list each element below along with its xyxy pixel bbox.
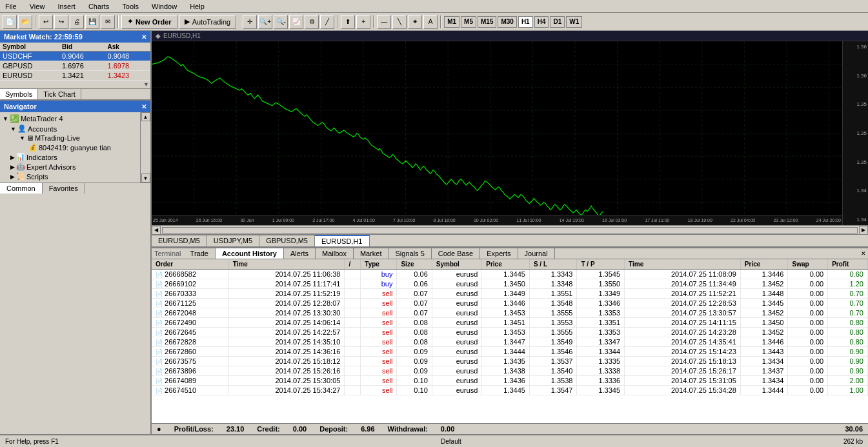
col-tp[interactable]: T / P [577, 259, 625, 270]
zoom-out-btn[interactable]: 🔍- [274, 15, 288, 29]
cursor-btn[interactable]: ⬆ [341, 15, 355, 29]
menu-file[interactable]: File [3, 1, 19, 12]
tf-d1[interactable]: D1 [550, 16, 565, 28]
chart-scroll-left[interactable]: ◀ [152, 226, 161, 235]
table-row[interactable]: 📄 26670333 2014.07.25 11:52:19 sell 0.07… [152, 289, 868, 299]
table-row[interactable]: 📄 26673575 2014.07.25 15:18:12 sell 0.09… [152, 357, 868, 366]
col-type[interactable]: Type [361, 259, 397, 270]
draw1-btn[interactable]: — [377, 15, 391, 29]
table-row[interactable]: 📄 26671125 2014.07.25 12:28:07 sell 0.07… [152, 299, 868, 308]
draw2-btn[interactable]: ╲ [392, 15, 407, 29]
nav-account-id[interactable]: 💰 8042419: guanyue tian [1, 143, 139, 152]
mw-row[interactable]: GBPUSD 1.6976 1.6978 [0, 61, 150, 71]
crosshair-btn[interactable]: ✛ [243, 15, 257, 29]
menu-tools[interactable]: Tools [119, 1, 141, 12]
redo-btn[interactable]: ↪ [54, 15, 68, 29]
nav-scripts[interactable]: ▶ 📜 Scripts [1, 172, 139, 181]
mw-row[interactable]: USDCHF 0.9046 0.9048 [0, 52, 150, 61]
chart-btn[interactable]: 📈 [289, 15, 303, 29]
chart-canvas[interactable]: 1.36 1.36 1.35 1.35 1.35 1.34 1.34 25 Ju… [152, 41, 868, 225]
bottom-tab-signals[interactable]: Signals 5 [389, 248, 432, 259]
col-price[interactable]: Price [482, 259, 530, 270]
col-close-price[interactable]: Price [740, 259, 788, 270]
navigator-close[interactable]: ✕ [141, 103, 146, 110]
chart-scroll-right[interactable]: ▶ [859, 226, 868, 235]
bottom-tab-mailbox[interactable]: Mailbox [316, 248, 354, 259]
nav-metatrader4[interactable]: ▼ 💹 MetaTrader 4 [1, 114, 139, 124]
table-row[interactable]: 📄 26673896 2014.07.25 15:26:16 sell 0.09… [152, 366, 868, 376]
nav-accounts[interactable]: ▼ 👤 Accounts [1, 124, 139, 134]
chart-tab-eurusd-m5[interactable]: EURUSD,M5 [152, 235, 207, 246]
text-btn[interactable]: A [423, 15, 438, 29]
nav-scrollbar[interactable]: ▲ ▼ [140, 112, 150, 183]
table-row[interactable]: 📄 26672828 2014.07.25 14:35:10 sell 0.08… [152, 337, 868, 347]
col-order[interactable]: Order [152, 259, 228, 270]
table-row[interactable]: 📄 26674089 2014.07.25 15:30:05 sell 0.10… [152, 376, 868, 386]
tf-h1[interactable]: H1 [518, 16, 533, 28]
col-sort[interactable]: / [345, 259, 361, 270]
chart-tab-usdjpy-m5[interactable]: USDJPY,M5 [207, 235, 259, 246]
nav-indicators[interactable]: ▶ 📊 Indicators [1, 152, 139, 162]
autotrading-button[interactable]: ▶ AutoTrading [179, 15, 237, 29]
line-btn[interactable]: ╱ [320, 15, 334, 29]
table-row[interactable]: 📄 26674510 2014.07.25 15:34:27 sell 0.10… [152, 386, 868, 395]
tf-m5[interactable]: M5 [461, 16, 476, 28]
tf-m1[interactable]: M1 [444, 16, 459, 28]
terminal-label[interactable]: Terminal [152, 248, 184, 259]
nav-expert-advisors[interactable]: ▶ 🤖 Expert Advisors [1, 162, 139, 172]
bottom-tab-trade[interactable]: Trade [184, 248, 216, 259]
table-row[interactable]: 📄 26672645 2014.07.25 14:22:57 sell 0.08… [152, 328, 868, 337]
col-close-time[interactable]: Time [625, 259, 741, 270]
bottom-tab-market[interactable]: Market [354, 248, 389, 259]
draw3-btn[interactable]: ⁕ [408, 15, 422, 29]
market-watch-close[interactable]: ✕ [141, 34, 146, 41]
table-row[interactable]: 📄 26672860 2014.07.25 14:36:16 sell 0.09… [152, 347, 868, 357]
new-btn-1[interactable]: 📄 [3, 15, 17, 29]
mw-col-ask[interactable]: Ask [105, 43, 150, 52]
mw-row[interactable]: EURUSD 1.3421 1.3423 [0, 71, 150, 81]
nav-tab-favorites[interactable]: Favorites [43, 183, 85, 194]
menu-insert[interactable]: Insert [55, 1, 78, 12]
menu-view[interactable]: View [27, 1, 48, 12]
bottom-tab-alerts[interactable]: Alerts [284, 248, 316, 259]
col-size[interactable]: Size [397, 259, 432, 270]
mw-tab-tickchart[interactable]: Tick Chart [38, 89, 81, 99]
chart-tab-gbpusd-m5[interactable]: GBPUSD,M5 [259, 235, 315, 246]
props-btn[interactable]: ⚙ [305, 15, 319, 29]
nav-scroll-up[interactable]: ▲ [141, 112, 150, 121]
zoom-in-btn[interactable]: 🔍+ [258, 15, 272, 29]
chart-scrollbar-track[interactable] [162, 227, 858, 233]
col-profit[interactable]: Profit [828, 259, 868, 270]
tf-m15[interactable]: M15 [478, 16, 496, 28]
menu-help[interactable]: Help [187, 1, 207, 12]
col-symbol[interactable]: Symbol [432, 259, 482, 270]
tf-m30[interactable]: M30 [498, 16, 516, 28]
chart-tab-eurusd-h1[interactable]: EURUSD,H1 [315, 235, 370, 246]
nav-tab-common[interactable]: Common [0, 183, 43, 194]
table-row[interactable]: 📄 26668582 2014.07.25 11:06:38 buy 0.06 … [152, 270, 868, 279]
bottom-panel-close[interactable]: ✕ [859, 249, 868, 258]
tf-w1[interactable]: W1 [566, 16, 582, 28]
mw-tab-symbols[interactable]: Symbols [0, 89, 38, 99]
new-order-button[interactable]: ✦ New Order [121, 15, 177, 29]
bottom-tab-journal[interactable]: Journal [518, 248, 555, 259]
tf-h4[interactable]: H4 [534, 16, 549, 28]
save-btn[interactable]: 💾 [85, 15, 99, 29]
bottom-tab-experts[interactable]: Experts [480, 248, 518, 259]
col-sl[interactable]: S / L [529, 259, 577, 270]
bottom-tab-codebase[interactable]: Code Base [432, 248, 480, 259]
table-row[interactable]: 📄 26669102 2014.07.25 11:17:41 buy 0.06 … [152, 279, 868, 289]
print-btn[interactable]: 🖨 [70, 15, 84, 29]
col-time[interactable]: Time [228, 259, 345, 270]
mw-col-symbol[interactable]: Symbol [0, 43, 59, 52]
nav-scroll-down[interactable]: ▼ [141, 174, 150, 183]
email-btn[interactable]: ✉ [101, 15, 115, 29]
table-row[interactable]: 📄 26672490 2014.07.25 14:06:14 sell 0.08… [152, 318, 868, 328]
menu-charts[interactable]: Charts [86, 1, 112, 12]
open-btn[interactable]: 📂 [18, 15, 32, 29]
col-swap[interactable]: Swap [788, 259, 828, 270]
bottom-tab-account-history[interactable]: Account History [216, 248, 284, 259]
plus-btn[interactable]: + [356, 15, 370, 29]
mw-col-bid[interactable]: Bid [59, 43, 105, 52]
undo-btn[interactable]: ↩ [39, 15, 53, 29]
